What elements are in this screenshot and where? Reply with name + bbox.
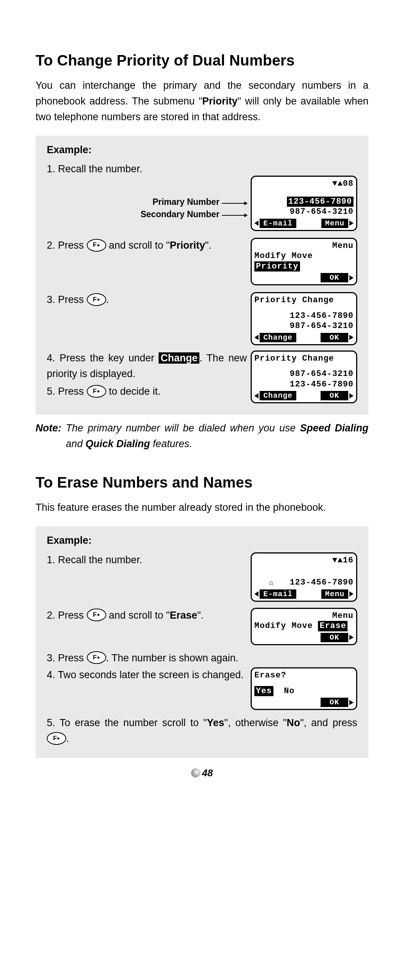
screen1-secondary: 987-654-3210: [254, 207, 353, 217]
step2-text: 2. Press F and scroll to "Priority".: [47, 238, 247, 253]
screen1: ▼▲08 123-456-7890 987-654-3210 E-mail Me…: [250, 176, 357, 231]
f-key-icon: F: [87, 293, 106, 306]
primary-label: Primary Number: [153, 197, 220, 207]
screen1-header: ▼▲08: [254, 179, 353, 189]
s2scr3-title: Erase?: [254, 671, 286, 680]
s2s5e: ", and press: [300, 717, 357, 729]
screen2-item1: Modify: [254, 251, 286, 261]
s2s2d: ".: [197, 609, 203, 621]
s2s5d: No: [287, 717, 300, 729]
note-d: Quick Dialing: [86, 438, 151, 449]
change-chip: Change: [158, 352, 200, 364]
s2b: and scroll to ": [106, 240, 170, 251]
s2s3b: . The number is shown again.: [106, 652, 239, 663]
s3b: .: [106, 294, 109, 305]
s5b: to decide it.: [106, 386, 161, 397]
s2scr3-no: No: [284, 686, 295, 696]
sk-ok: OK: [321, 633, 348, 642]
secondary-label: Secondary Number: [141, 209, 220, 219]
step3-text: 3. Press F.: [47, 292, 247, 308]
f-key-icon: F: [87, 239, 106, 251]
sk-email: E-mail: [260, 589, 296, 599]
f-key-icon: F: [47, 732, 66, 745]
s2scr2-item2: Move: [292, 621, 313, 631]
note-b: Speed Dialing: [300, 422, 368, 434]
f-key-icon: F: [87, 385, 106, 398]
s2s5f: .: [66, 733, 69, 744]
triangle-left-icon: [254, 335, 258, 340]
s2step5-text: 5. To erase the number scroll to "Yes", …: [47, 715, 357, 747]
f-key-icon: F: [87, 651, 106, 664]
triangle-left-icon: [254, 221, 258, 226]
screen4: Priority Change 987-654-3210 123-456-789…: [250, 350, 357, 404]
section2-intro: This feature erases the number already s…: [36, 500, 368, 515]
screen4-line1: 987-654-3210: [254, 369, 353, 379]
sk-change: Change: [260, 391, 296, 400]
screen3-line2: 987-654-3210: [254, 321, 353, 331]
s2s2a: 2. Press: [47, 609, 87, 621]
sk-ok: OK: [321, 273, 348, 282]
screen3-line1: 123-456-7890: [254, 311, 353, 321]
s2step1-text: 1. Recall the number.: [47, 552, 247, 568]
section1-note: Note: The primary number will be dialed …: [36, 420, 368, 452]
s2scr2-item1: Modify: [254, 621, 286, 631]
screen4-title: Priority Change: [254, 354, 334, 363]
sk-ok: OK: [321, 698, 348, 707]
screen3-title: Priority Change: [254, 296, 334, 305]
home-icon: ⌂: [269, 579, 274, 588]
note-a: The primary number will be dialed when y…: [66, 422, 300, 434]
triangle-right-icon: [349, 335, 353, 340]
s2s2c: Erase: [170, 609, 198, 621]
s5a: 5. Press: [47, 386, 87, 397]
s2scr2-item3: Erase: [318, 621, 347, 632]
s2screen1: ▼▲16 ⌂ 123-456-7890 E-mail Menu: [250, 552, 357, 602]
example-label: Example:: [47, 142, 357, 158]
s2s3a: 3. Press: [47, 652, 87, 663]
s2s5c: ", otherwise ": [225, 717, 287, 729]
screen2: Menu Modify Move Priority OK: [250, 238, 357, 286]
sk-change: Change: [260, 333, 296, 342]
sk-ok: OK: [321, 333, 348, 342]
s2screen2: Menu Modify Move Erase OK: [250, 608, 357, 645]
screen1-primary: 123-456-7890: [287, 197, 353, 207]
s2c: Priority: [170, 240, 205, 251]
section2-heading: To Erase Numbers and Names: [36, 471, 368, 494]
example2-label: Example:: [47, 533, 357, 549]
s3a: 3. Press: [47, 294, 87, 305]
triangle-right-icon: [349, 700, 353, 705]
s4a: 4. Press the key under: [47, 352, 158, 364]
triangle-left-icon: [254, 393, 258, 398]
screen2-item2: Move: [292, 251, 313, 261]
s2s5a: 5. To erase the number scroll to ": [47, 717, 207, 729]
s2step4-text: 4. Two seconds later the screen is chang…: [47, 667, 247, 683]
sk-menu: Menu: [321, 589, 348, 599]
triangle-right-icon: [349, 591, 353, 597]
s2s5b: Yes: [207, 717, 225, 729]
screen3: Priority Change 123-456-7890 987-654-321…: [250, 292, 357, 345]
arrow-icon: [222, 209, 248, 221]
s2scr2-title: Menu: [254, 611, 353, 621]
sk-email: E-mail: [260, 219, 296, 228]
screen2-title: Menu: [254, 241, 353, 251]
arrow-icon: [222, 197, 248, 208]
step1-text: 1. Recall the number.: [47, 161, 357, 177]
page-number: 48: [36, 765, 368, 780]
f-key-icon: F: [87, 609, 106, 621]
sk-menu: Menu: [321, 219, 348, 228]
s2s2b: and scroll to ": [106, 609, 170, 621]
triangle-right-icon: [349, 275, 353, 280]
triangle-right-icon: [349, 221, 353, 226]
section1-intro: You can interchange the primary and the …: [36, 78, 368, 125]
s2scr1-header: ▼▲16: [254, 555, 353, 566]
screen4-line2: 123-456-7890: [254, 379, 353, 390]
s2a: 2. Press: [47, 240, 87, 251]
s2d: ".: [205, 240, 211, 251]
s2scr3-yes: Yes: [254, 686, 273, 697]
triangle-left-icon: [254, 591, 258, 597]
triangle-right-icon: [349, 393, 353, 398]
section1-example: Example: 1. Recall the number. Primary N…: [36, 135, 368, 415]
note-e: features.: [150, 438, 192, 449]
note-label: Note:: [36, 420, 61, 452]
triangle-right-icon: [349, 635, 353, 640]
section2-example: Example: 1. Recall the number. ▼▲16 ⌂ 12…: [36, 526, 368, 758]
